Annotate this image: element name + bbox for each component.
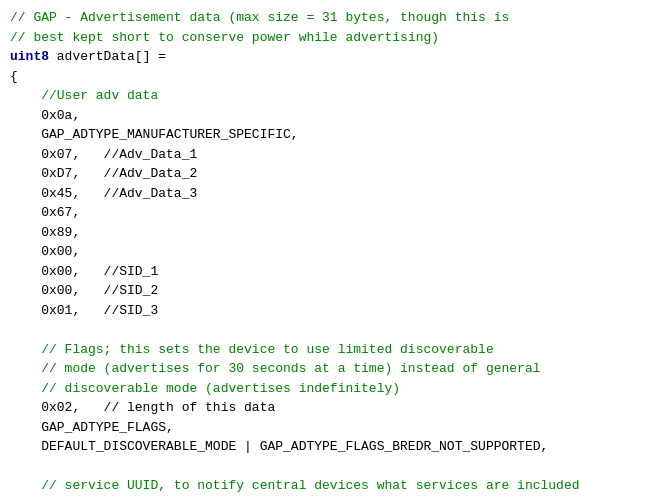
code-token: 0x67,	[10, 205, 80, 220]
code-line: // mode (advertises for 30 seconds at a …	[10, 359, 646, 379]
code-token: while	[299, 30, 338, 45]
code-line	[10, 320, 646, 340]
code-line: 0xD7, //Adv_Data_2	[10, 164, 646, 184]
code-token: 0x00,	[10, 244, 80, 259]
code-line: // best kept short to conserve power whi…	[10, 28, 646, 48]
code-line: // Flags; this sets the device to use li…	[10, 340, 646, 360]
code-token: 0x00, //SID_2	[10, 283, 158, 298]
code-token: GAP_ADTYPE_FLAGS,	[10, 420, 174, 435]
code-token: 0x45, //Adv_Data_3	[10, 186, 197, 201]
code-token: 0xD7, //Adv_Data_2	[10, 166, 197, 181]
code-line: uint8 advertData[] =	[10, 47, 646, 67]
code-token: 0x0a,	[10, 108, 80, 123]
code-token: 0x01, //SID_3	[10, 303, 158, 318]
code-line: 0x89,	[10, 223, 646, 243]
code-line: 0x67,	[10, 203, 646, 223]
code-token: advertising)	[338, 30, 439, 45]
code-token: 0x89,	[10, 225, 80, 240]
code-line: 0x00, //SID_1	[10, 262, 646, 282]
code-line: DEFAULT_DISCOVERABLE_MODE | GAP_ADTYPE_F…	[10, 437, 646, 457]
code-line: 0x0a,	[10, 106, 646, 126]
code-token: // best kept short to conserve power	[10, 30, 299, 45]
code-token: // service UUID, to notify central devic…	[10, 478, 580, 493]
code-line: // discoverable mode (advertises indefin…	[10, 379, 646, 399]
code-line: 0x01, //SID_3	[10, 301, 646, 321]
code-container: // GAP - Advertisement data (max size = …	[10, 8, 646, 500]
code-token: 0x02, // length of this data	[10, 400, 275, 415]
code-line: // in this peripheral	[10, 496, 646, 501]
code-line: GAP_ADTYPE_FLAGS,	[10, 418, 646, 438]
code-line: 0x00,	[10, 242, 646, 262]
code-token: // discoverable mode (advertises indefin…	[10, 381, 400, 396]
code-token: // GAP - Advertisement data (max size = …	[10, 10, 509, 25]
code-token: // Flags; this sets the device to use li…	[10, 342, 494, 357]
code-token: 0x00, //SID_1	[10, 264, 158, 279]
code-line: // service UUID, to notify central devic…	[10, 476, 646, 496]
code-token: {	[10, 69, 18, 84]
code-line: 0x02, // length of this data	[10, 398, 646, 418]
code-line: // GAP - Advertisement data (max size = …	[10, 8, 646, 28]
code-token: DEFAULT_DISCOVERABLE_MODE | GAP_ADTYPE_F…	[10, 439, 548, 454]
code-token: // mode (advertises for 30 seconds at a …	[10, 361, 541, 376]
code-token: GAP_ADTYPE_MANUFACTURER_SPECIFIC,	[10, 127, 299, 142]
code-token: //User adv data	[10, 88, 158, 103]
code-token: advertData[] =	[49, 49, 166, 64]
code-line: 0x45, //Adv_Data_3	[10, 184, 646, 204]
code-line: //User adv data	[10, 86, 646, 106]
code-line: GAP_ADTYPE_MANUFACTURER_SPECIFIC,	[10, 125, 646, 145]
code-token: 0x07, //Adv_Data_1	[10, 147, 197, 162]
code-line: 0x07, //Adv_Data_1	[10, 145, 646, 165]
code-line	[10, 457, 646, 477]
code-token: uint8	[10, 49, 49, 64]
code-line: {	[10, 67, 646, 87]
code-line: 0x00, //SID_2	[10, 281, 646, 301]
